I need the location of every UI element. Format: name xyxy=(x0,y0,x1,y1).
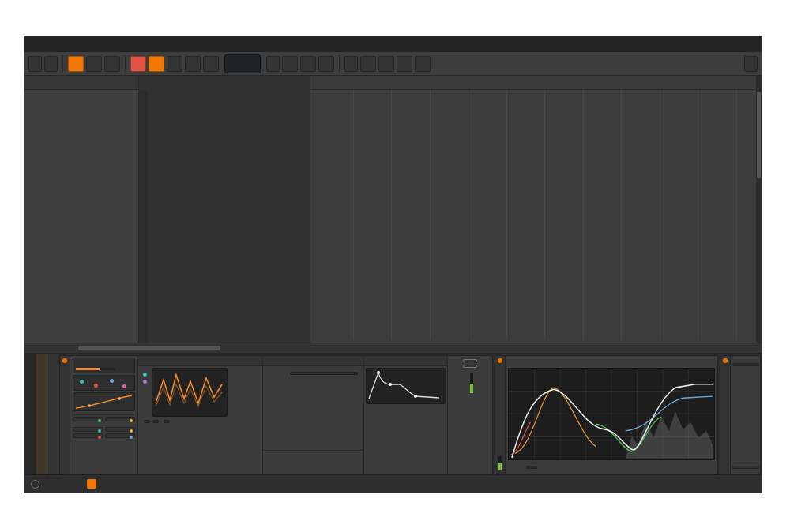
device-panel-sidebar xyxy=(24,354,36,476)
track-list xyxy=(24,76,139,343)
groove-button[interactable] xyxy=(149,56,164,72)
track-list-header xyxy=(24,76,138,90)
polymer-device-header-strip xyxy=(60,356,70,474)
filter-header[interactable] xyxy=(263,356,363,366)
output-meter xyxy=(470,373,473,393)
mod-slot-xy[interactable] xyxy=(73,375,135,391)
vertical-scrollbar-thumb[interactable] xyxy=(757,92,761,178)
xy-dot-blue[interactable] xyxy=(110,379,114,383)
envelope-graphic xyxy=(367,369,444,402)
wavetable-graphic xyxy=(152,369,225,413)
osc-hz-offset-value[interactable] xyxy=(164,420,170,423)
transport-play-button[interactable] xyxy=(68,56,84,72)
main-area xyxy=(24,76,762,343)
fx-grid-device xyxy=(720,355,761,474)
vel-expression-button[interactable] xyxy=(73,427,103,432)
mod-source-dot-teal[interactable] xyxy=(143,373,147,377)
osc-pitch-offset-value[interactable] xyxy=(152,420,159,423)
window-drag-handle[interactable] xyxy=(24,36,730,52)
status-bar xyxy=(24,474,762,493)
settings-button[interactable] xyxy=(415,56,431,72)
edit-menu-button[interactable] xyxy=(344,56,358,72)
eq-header xyxy=(506,356,717,368)
undo-button[interactable] xyxy=(360,56,376,72)
mod-wheel-slider[interactable] xyxy=(76,368,115,370)
clip-launcher xyxy=(139,76,310,343)
xy-dot-teal[interactable] xyxy=(80,380,84,384)
transport-stop-button[interactable] xyxy=(86,56,102,72)
transport-display[interactable] xyxy=(224,54,261,73)
mix-view-button[interactable] xyxy=(55,482,62,485)
xy-dot-pink[interactable] xyxy=(122,384,126,388)
wavetable-header[interactable] xyxy=(138,356,262,366)
eq-power-icon[interactable] xyxy=(498,358,502,363)
output-section xyxy=(448,356,492,474)
rel-expression-button[interactable] xyxy=(73,433,103,438)
eq-graph[interactable] xyxy=(508,368,715,460)
file-menu-button[interactable] xyxy=(28,56,42,72)
osc-ratio-value[interactable] xyxy=(144,420,150,423)
vertical-scrollbar[interactable] xyxy=(756,76,762,343)
transport-record-button[interactable] xyxy=(104,56,120,72)
add-menu-button[interactable] xyxy=(266,56,280,72)
filter-mode-dropdown[interactable] xyxy=(290,372,358,375)
device-panel xyxy=(24,354,762,476)
eq-band-type-dropdown[interactable] xyxy=(526,466,537,469)
overdub-button[interactable] xyxy=(130,56,146,72)
project-tab-bar xyxy=(24,36,762,52)
punch-out-button[interactable] xyxy=(185,56,201,72)
edit-view-button[interactable] xyxy=(66,482,73,485)
wavetable-oscillator-section xyxy=(138,356,263,474)
note-fx-button[interactable] xyxy=(463,359,477,362)
globals-section-header xyxy=(73,413,135,415)
fx-grid-power-icon[interactable] xyxy=(723,358,728,363)
follow-playhead-button[interactable] xyxy=(203,56,219,72)
duplicate-button[interactable] xyxy=(397,56,412,72)
horizontal-scrollbar-thumb[interactable] xyxy=(78,346,220,350)
fx-button[interactable] xyxy=(463,365,477,368)
eq-curves-graphic xyxy=(509,369,714,459)
fill-button[interactable] xyxy=(73,417,103,421)
eq-meter xyxy=(498,456,502,470)
modulator-column xyxy=(70,356,138,474)
mod-slot-mw[interactable] xyxy=(73,358,135,373)
arranger-timeline[interactable] xyxy=(310,76,758,343)
global-play-button[interactable] xyxy=(105,417,136,421)
launcher-gutter xyxy=(139,90,147,343)
mod-source-dot-purple[interactable] xyxy=(143,380,147,384)
envelope-display[interactable] xyxy=(366,368,446,404)
arrange-view-button[interactable] xyxy=(44,482,51,485)
clip-launcher-toggle[interactable] xyxy=(87,479,96,489)
preview-play-button[interactable] xyxy=(300,56,316,72)
eq-device xyxy=(495,355,718,474)
expressions-section-header xyxy=(73,423,135,425)
xy-dot-red[interactable] xyxy=(94,384,98,388)
device-power-icon[interactable] xyxy=(62,358,67,363)
play-menu-button[interactable] xyxy=(44,56,58,72)
window-controls xyxy=(730,36,762,52)
polymer-device xyxy=(59,355,493,474)
eq-band-controls xyxy=(506,460,717,474)
punch-in-button[interactable] xyxy=(167,56,182,72)
toolbar xyxy=(24,52,762,76)
pres-expression-button[interactable] xyxy=(105,433,136,438)
time-expression-button[interactable] xyxy=(105,427,136,432)
fx-grid-header-strip xyxy=(720,356,731,474)
mod-slot-curve[interactable] xyxy=(73,392,135,411)
lower-toolbar xyxy=(24,343,762,354)
bar-chip[interactable] xyxy=(732,466,759,469)
device-tab-polymer[interactable] xyxy=(47,354,58,476)
save-button[interactable] xyxy=(282,56,298,72)
info-icon[interactable] xyxy=(31,480,40,489)
track-tab-acoustic-jam[interactable] xyxy=(36,354,47,476)
envelope-header[interactable] xyxy=(364,356,447,366)
mod-designer-chip[interactable] xyxy=(732,363,759,366)
track-menu-button[interactable] xyxy=(744,56,758,72)
import-button[interactable] xyxy=(318,56,334,72)
app-window xyxy=(24,36,762,493)
timeline-ruler[interactable] xyxy=(310,76,758,90)
eq-device-header-strip xyxy=(495,356,506,474)
wavetable-display[interactable] xyxy=(152,368,228,417)
redo-button[interactable] xyxy=(378,56,394,72)
mod-curve-graphic xyxy=(73,393,135,410)
